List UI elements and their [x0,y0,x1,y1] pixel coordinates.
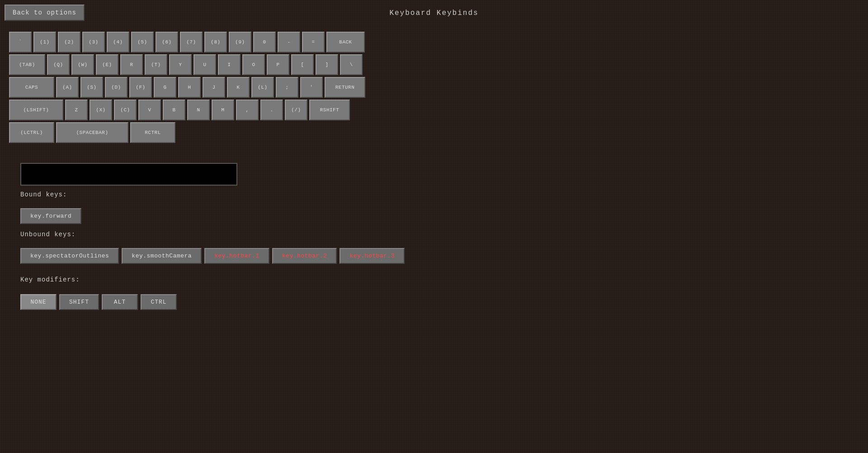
key-rctrl[interactable]: RCTRL [130,122,175,143]
keyboard-row-3: CAPS (A) (S) (D) (F) G H J K (L) ; ' RET… [9,77,365,98]
key-c[interactable]: (C) [114,100,137,120]
key-8[interactable]: (8) [204,32,227,52]
unbound-keys-label: Unbound keys: [20,231,75,238]
bound-keys-label: Bound keys: [20,191,67,198]
key-backslash[interactable]: \ [340,54,363,75]
unbound-key-hotbar-2[interactable]: key.hotbar.2 [272,248,337,264]
key-semicolon[interactable]: ; [276,77,298,98]
key-y[interactable]: Y [169,54,192,75]
key-apostrophe[interactable]: ' [300,77,323,98]
key-9[interactable]: (9) [229,32,251,52]
key-tab[interactable]: (TAB) [9,54,45,75]
unbound-key-hotbar-3[interactable]: key.hotbar.3 [340,248,405,264]
key-w[interactable]: (W) [71,54,94,75]
key-h[interactable]: H [178,77,201,98]
key-e[interactable]: (E) [96,54,118,75]
key-l[interactable]: (L) [251,77,274,98]
key-o[interactable]: O [242,54,265,75]
key-d[interactable]: (D) [105,77,127,98]
key-back[interactable]: BACK [326,32,365,52]
key-t[interactable]: (T) [145,54,167,75]
unbound-key-hotbar-1[interactable]: key.hotbar.1 [204,248,269,264]
key-6[interactable]: (6) [156,32,178,52]
modifiers-row: NONE SHIFT ALT CTRL [20,294,177,310]
key-n[interactable]: N [187,100,210,120]
key-s[interactable]: (S) [80,77,103,98]
key-caps[interactable]: CAPS [9,77,54,98]
key-rbracket[interactable]: ] [316,54,338,75]
key-m[interactable]: M [212,100,234,120]
keyboard-row-5: (LCTRL) (SPACEBAR) RCTRL [9,122,365,143]
key-g[interactable]: G [154,77,176,98]
modifier-shift-button[interactable]: SHIFT [59,294,99,310]
modifier-ctrl-button[interactable]: CTRL [141,294,177,310]
key-minus[interactable]: - [278,32,300,52]
key-v[interactable]: V [138,100,161,120]
unbound-key-spectator-outlines[interactable]: key.spectatorOutlines [20,248,119,264]
key-p[interactable]: P [267,54,289,75]
key-5[interactable]: (5) [131,32,154,52]
unbound-key-smooth-camera[interactable]: key.smoothCamera [122,248,202,264]
keyboard-row-1: ` (1) (2) (3) (4) (5) (6) (7) (8) (9) 0 … [9,32,365,52]
modifier-none-button[interactable]: NONE [20,294,57,310]
key-7[interactable]: (7) [180,32,203,52]
key-0[interactable]: 0 [253,32,276,52]
keyboard-area: ` (1) (2) (3) (4) (5) (6) (7) (8) (9) 0 … [9,32,365,145]
key-modifiers-label: Key modifiers: [20,276,80,283]
key-period[interactable]: . [260,100,283,120]
key-2[interactable]: (2) [58,32,80,52]
bound-key-forward-container: key.forward [20,208,81,224]
key-return[interactable]: RETURN [325,77,365,98]
key-u[interactable]: U [193,54,216,75]
key-a[interactable]: (A) [56,77,79,98]
keyboard-row-2: (TAB) (Q) (W) (E) R (T) Y U I O P [ ] \ [9,54,365,75]
key-equals[interactable]: = [302,32,325,52]
unbound-keys-row: key.spectatorOutlines key.smoothCamera k… [20,248,405,264]
key-comma[interactable]: , [236,100,259,120]
key-lctrl[interactable]: (LCTRL) [9,122,54,143]
selected-key-display[interactable] [20,163,237,186]
page-title: Keyboard Keybinds [389,9,478,17]
key-i[interactable]: I [218,54,241,75]
key-b[interactable]: B [163,100,185,120]
key-j[interactable]: J [203,77,225,98]
key-k[interactable]: K [227,77,250,98]
key-rshift[interactable]: RSHIFT [309,100,350,120]
key-x[interactable]: (X) [90,100,112,120]
key-z[interactable]: Z [65,100,88,120]
key-r[interactable]: R [120,54,143,75]
key-3[interactable]: (3) [82,32,105,52]
key-1[interactable]: (1) [33,32,56,52]
bound-key-forward-button[interactable]: key.forward [20,208,81,224]
keyboard-row-4: (LSHIFT) Z (X) (C) V B N M , . (/) RSHIF… [9,100,365,120]
key-f[interactable]: (F) [129,77,152,98]
key-lshift[interactable]: (LSHIFT) [9,100,63,120]
key-4[interactable]: (4) [107,32,129,52]
key-backtick[interactable]: ` [9,32,32,52]
key-slash[interactable]: (/) [285,100,307,120]
back-to-options-button[interactable]: Back to options [5,5,85,21]
key-spacebar[interactable]: (SPACEBAR) [56,122,128,143]
modifier-alt-button[interactable]: ALT [102,294,138,310]
key-lbracket[interactable]: [ [291,54,314,75]
key-q[interactable]: (Q) [47,54,70,75]
